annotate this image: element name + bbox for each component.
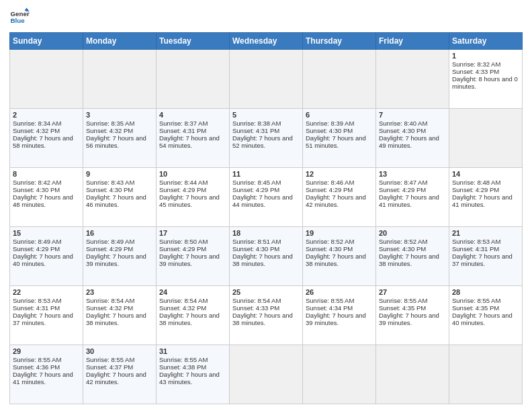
calendar-cell — [230, 50, 303, 109]
calendar-cell — [83, 50, 157, 109]
day-number: 31 — [159, 347, 226, 355]
sunrise-text: Sunrise: 8:42 AM — [13, 179, 61, 186]
sunrise-text: Sunrise: 8:44 AM — [159, 179, 208, 186]
calendar-cell — [376, 50, 449, 109]
daylight-text: Daylight: 7 hours and 46 minutes. — [86, 193, 146, 208]
sunset-text: Sunset: 4:29 PM — [379, 186, 426, 193]
daylight-text: Daylight: 7 hours and 38 minutes. — [232, 312, 293, 326]
daylight-text: Daylight: 7 hours and 58 minutes. — [13, 134, 73, 149]
sunrise-text: Sunrise: 8:35 AM — [86, 120, 134, 127]
sunset-text: Sunset: 4:31 PM — [452, 245, 499, 253]
daylight-text: Daylight: 7 hours and 38 minutes. — [159, 312, 220, 326]
daylight-text: Daylight: 7 hours and 42 minutes. — [306, 193, 366, 208]
day-number: 6 — [306, 111, 373, 119]
sunset-text: Sunset: 4:33 PM — [232, 304, 279, 312]
daylight-text: Daylight: 7 hours and 54 minutes. — [159, 134, 220, 149]
calendar-cell: 13Sunrise: 8:47 AMSunset: 4:29 PMDayligh… — [376, 168, 449, 227]
day-number: 26 — [306, 288, 373, 296]
calendar-cell: 1Sunrise: 8:32 AMSunset: 4:33 PMDaylight… — [449, 50, 523, 109]
sunset-text: Sunset: 4:30 PM — [379, 127, 426, 134]
sunrise-text: Sunrise: 8:39 AM — [306, 120, 354, 127]
sunset-text: Sunset: 4:32 PM — [86, 304, 133, 312]
logo: General Blue — [9, 7, 30, 27]
sunset-text: Sunset: 4:30 PM — [306, 127, 353, 134]
sunset-text: Sunset: 4:31 PM — [232, 127, 279, 134]
day-header-wednesday: Wednesday — [230, 33, 303, 50]
daylight-text: Daylight: 7 hours and 38 minutes. — [86, 312, 146, 326]
calendar-cell: 15Sunrise: 8:49 AMSunset: 4:29 PMDayligh… — [10, 227, 83, 286]
calendar-cell: 18Sunrise: 8:51 AMSunset: 4:30 PMDayligh… — [230, 227, 303, 286]
sunset-text: Sunset: 4:35 PM — [379, 304, 426, 312]
sunset-text: Sunset: 4:30 PM — [232, 245, 279, 253]
day-number: 23 — [86, 288, 153, 296]
day-number: 14 — [452, 170, 519, 178]
sunrise-text: Sunrise: 8:55 AM — [159, 356, 208, 363]
day-number: 21 — [452, 229, 519, 237]
day-number: 20 — [379, 229, 446, 237]
day-number: 30 — [86, 347, 153, 355]
calendar-cell: 3Sunrise: 8:35 AMSunset: 4:32 PMDaylight… — [83, 109, 157, 168]
daylight-text: Daylight: 7 hours and 42 minutes. — [86, 371, 146, 385]
sunset-text: Sunset: 4:29 PM — [159, 186, 206, 193]
day-number: 3 — [86, 111, 153, 119]
day-header-sunday: Sunday — [10, 33, 83, 50]
sunrise-text: Sunrise: 8:53 AM — [13, 297, 61, 304]
sunrise-text: Sunrise: 8:55 AM — [86, 356, 134, 363]
day-number: 2 — [13, 111, 80, 119]
sunrise-text: Sunrise: 8:43 AM — [86, 179, 134, 186]
sunset-text: Sunset: 4:30 PM — [379, 245, 426, 253]
sunset-text: Sunset: 4:36 PM — [13, 363, 60, 371]
day-header-tuesday: Tuesday — [157, 33, 230, 50]
daylight-text: Daylight: 7 hours and 51 minutes. — [306, 134, 366, 149]
daylight-text: Daylight: 7 hours and 40 minutes. — [13, 253, 73, 267]
sunrise-text: Sunrise: 8:47 AM — [379, 179, 427, 186]
calendar-cell: 14Sunrise: 8:48 AMSunset: 4:29 PMDayligh… — [449, 168, 523, 227]
calendar-cell: 31Sunrise: 8:55 AMSunset: 4:38 PMDayligh… — [157, 345, 230, 404]
sunrise-text: Sunrise: 8:37 AM — [159, 120, 208, 127]
day-number: 11 — [232, 170, 300, 178]
sunrise-text: Sunrise: 8:55 AM — [306, 297, 354, 304]
daylight-text: Daylight: 7 hours and 38 minutes. — [306, 253, 366, 267]
sunrise-text: Sunrise: 8:38 AM — [232, 120, 281, 127]
sunrise-text: Sunrise: 8:55 AM — [452, 297, 500, 304]
calendar-cell: 29Sunrise: 8:55 AMSunset: 4:36 PMDayligh… — [10, 345, 83, 404]
day-number: 16 — [86, 229, 153, 237]
day-number: 24 — [159, 288, 226, 296]
calendar-cell: 23Sunrise: 8:54 AMSunset: 4:32 PMDayligh… — [83, 286, 157, 345]
logo-icon: General Blue — [9, 7, 30, 27]
sunset-text: Sunset: 4:31 PM — [159, 127, 206, 134]
daylight-text: Daylight: 7 hours and 49 minutes. — [379, 134, 439, 149]
calendar-cell: 16Sunrise: 8:49 AMSunset: 4:29 PMDayligh… — [83, 227, 157, 286]
daylight-text: Daylight: 7 hours and 41 minutes. — [379, 193, 439, 208]
daylight-text: Daylight: 7 hours and 41 minutes. — [452, 193, 513, 208]
sunrise-text: Sunrise: 8:49 AM — [13, 238, 61, 245]
calendar-cell — [303, 50, 376, 109]
sunset-text: Sunset: 4:32 PM — [86, 127, 133, 134]
calendar-cell: 21Sunrise: 8:53 AMSunset: 4:31 PMDayligh… — [449, 227, 523, 286]
day-number: 10 — [159, 170, 226, 178]
sunset-text: Sunset: 4:37 PM — [86, 363, 133, 371]
svg-text:Blue: Blue — [11, 17, 26, 24]
day-number: 28 — [452, 288, 519, 296]
daylight-text: Daylight: 7 hours and 44 minutes. — [232, 193, 293, 208]
daylight-text: Daylight: 7 hours and 38 minutes. — [379, 253, 439, 267]
calendar-cell: 6Sunrise: 8:39 AMSunset: 4:30 PMDaylight… — [303, 109, 376, 168]
daylight-text: Daylight: 7 hours and 39 minutes. — [159, 253, 220, 267]
sunset-text: Sunset: 4:31 PM — [13, 304, 60, 312]
day-number: 9 — [86, 170, 153, 178]
sunrise-text: Sunrise: 8:54 AM — [232, 297, 281, 304]
sunrise-text: Sunrise: 8:52 AM — [306, 238, 354, 245]
calendar-cell: 8Sunrise: 8:42 AMSunset: 4:30 PMDaylight… — [10, 168, 83, 227]
calendar-cell: 10Sunrise: 8:44 AMSunset: 4:29 PMDayligh… — [157, 168, 230, 227]
daylight-text: Daylight: 7 hours and 38 minutes. — [232, 253, 293, 267]
day-header-thursday: Thursday — [303, 33, 376, 50]
daylight-text: Daylight: 7 hours and 37 minutes. — [452, 253, 513, 267]
day-number: 27 — [379, 288, 446, 296]
sunset-text: Sunset: 4:38 PM — [159, 363, 206, 371]
daylight-text: Daylight: 7 hours and 41 minutes. — [13, 371, 73, 385]
day-number: 1 — [452, 52, 519, 60]
calendar-cell: 12Sunrise: 8:46 AMSunset: 4:29 PMDayligh… — [303, 168, 376, 227]
calendar-cell — [449, 345, 523, 404]
day-number: 8 — [13, 170, 80, 178]
calendar-cell: 9Sunrise: 8:43 AMSunset: 4:30 PMDaylight… — [83, 168, 157, 227]
